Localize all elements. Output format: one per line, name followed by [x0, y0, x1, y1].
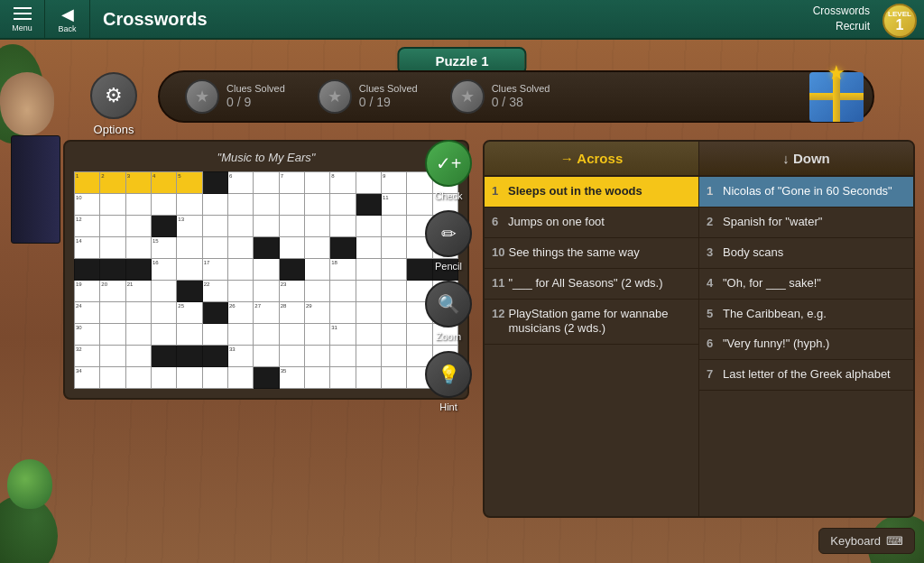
cell-7-7[interactable]: 26: [227, 302, 253, 324]
cell-8-4[interactable]: [151, 324, 176, 346]
cell-4-4[interactable]: 15: [151, 237, 176, 259]
cell-9-9[interactable]: [279, 346, 304, 367]
cell-6-11[interactable]: [330, 281, 356, 302]
cell-3-13[interactable]: [381, 216, 406, 237]
cell-2-10[interactable]: [304, 194, 329, 216]
menu-button[interactable]: Menu: [0, 0, 45, 39]
cell-3-1[interactable]: 12: [75, 216, 100, 237]
cell-9-1[interactable]: 32: [75, 346, 100, 367]
down-clue-6[interactable]: 6"Very funny!" (hyph.): [699, 329, 913, 360]
cell-7-10[interactable]: 29: [304, 302, 329, 324]
cell-7-3[interactable]: [125, 302, 151, 324]
cell-8-7[interactable]: [227, 324, 253, 346]
cell-7-8[interactable]: 27: [254, 302, 279, 324]
cell-3-8[interactable]: [254, 216, 279, 237]
cell-1-9[interactable]: 7: [279, 172, 304, 194]
cell-10-10[interactable]: [304, 367, 329, 389]
cell-1-7[interactable]: 6: [227, 172, 253, 194]
cell-4-5[interactable]: [177, 237, 202, 259]
across-clue-6[interactable]: 6Jumps on one foot: [485, 208, 698, 238]
cell-2-4[interactable]: [151, 194, 176, 216]
down-clue-5[interactable]: 5The Caribbean, e.g.: [699, 300, 913, 330]
cell-8-8[interactable]: [254, 324, 279, 346]
cell-7-9[interactable]: 28: [279, 302, 304, 324]
cell-6-2[interactable]: 20: [100, 281, 125, 302]
cell-6-4[interactable]: [151, 281, 176, 302]
cell-10-7[interactable]: [227, 367, 253, 389]
down-clue-1[interactable]: 1Nicolas of "Gone in 60 Seconds": [699, 177, 913, 208]
cell-10-2[interactable]: [100, 367, 125, 389]
cell-9-12[interactable]: [356, 346, 381, 367]
cell-9-2[interactable]: [100, 346, 125, 367]
cell-8-1[interactable]: 30: [75, 324, 100, 346]
cell-10-3[interactable]: [125, 367, 151, 389]
cell-7-4[interactable]: [151, 302, 176, 324]
cell-8-13[interactable]: [381, 324, 406, 346]
cell-5-5[interactable]: [177, 259, 202, 281]
cell-8-9[interactable]: [279, 324, 304, 346]
cell-7-12[interactable]: [356, 302, 381, 324]
across-clue-11[interactable]: 11"___ for All Seasons" (2 wds.): [485, 269, 698, 300]
cell-7-11[interactable]: [330, 302, 356, 324]
cell-9-3[interactable]: [125, 346, 151, 367]
across-clue-1[interactable]: 1Sleeps out in the woods: [485, 177, 698, 208]
cell-1-2[interactable]: 2: [100, 172, 125, 194]
cell-9-10[interactable]: [304, 346, 329, 367]
cell-8-10[interactable]: [304, 324, 329, 346]
cell-10-5[interactable]: [177, 367, 202, 389]
cell-3-10[interactable]: [304, 216, 329, 237]
cell-2-7[interactable]: [227, 194, 253, 216]
cell-5-12[interactable]: [356, 259, 381, 281]
cell-4-7[interactable]: [227, 237, 253, 259]
cell-10-4[interactable]: [151, 367, 176, 389]
cell-9-7[interactable]: 33: [227, 346, 253, 367]
cell-4-1[interactable]: 14: [75, 237, 100, 259]
cell-1-8[interactable]: [254, 172, 279, 194]
cell-10-1[interactable]: 34: [75, 367, 100, 389]
cell-7-2[interactable]: [100, 302, 125, 324]
cell-1-11[interactable]: 8: [330, 172, 356, 194]
cell-7-13[interactable]: [381, 302, 406, 324]
cell-6-7[interactable]: [227, 281, 253, 302]
cell-2-8[interactable]: [254, 194, 279, 216]
cell-6-1[interactable]: 19: [75, 281, 100, 302]
zoom-button[interactable]: 🔍: [425, 281, 472, 328]
down-clue-7[interactable]: 7Last letter of the Greek alphabet: [699, 360, 913, 391]
cell-3-2[interactable]: [100, 216, 125, 237]
cell-3-7[interactable]: [227, 216, 253, 237]
cell-1-3[interactable]: 3: [125, 172, 151, 194]
cell-8-3[interactable]: [125, 324, 151, 346]
cell-10-13[interactable]: [381, 367, 406, 389]
cell-4-9[interactable]: [279, 237, 304, 259]
cell-5-10[interactable]: [304, 259, 329, 281]
cell-4-3[interactable]: [125, 237, 151, 259]
hint-button[interactable]: 💡: [425, 351, 472, 398]
pencil-button[interactable]: ✏: [425, 210, 472, 257]
cell-3-12[interactable]: [356, 216, 381, 237]
across-clue-12[interactable]: 12PlayStation game for wannabe musicians…: [485, 300, 698, 346]
cell-2-11[interactable]: [330, 194, 356, 216]
cell-9-8[interactable]: [254, 346, 279, 367]
cell-3-9[interactable]: [279, 216, 304, 237]
cell-6-13[interactable]: [381, 281, 406, 302]
cell-4-12[interactable]: [356, 237, 381, 259]
cell-5-6[interactable]: 17: [202, 259, 227, 281]
cell-6-10[interactable]: [304, 281, 329, 302]
cell-1-12[interactable]: [356, 172, 381, 194]
cell-1-13[interactable]: 9: [381, 172, 406, 194]
cell-1-10[interactable]: [304, 172, 329, 194]
cell-10-9[interactable]: 35: [279, 367, 304, 389]
cell-10-6[interactable]: [202, 367, 227, 389]
cell-5-11[interactable]: 18: [330, 259, 356, 281]
cell-10-11[interactable]: [330, 367, 356, 389]
cell-8-11[interactable]: 31: [330, 324, 356, 346]
cell-1-1[interactable]: 1: [75, 172, 100, 194]
down-clue-4[interactable]: 4"Oh, for ___ sake!": [699, 269, 913, 300]
cell-3-5[interactable]: 13: [177, 216, 202, 237]
cell-7-5[interactable]: 25: [177, 302, 202, 324]
cell-6-6[interactable]: 22: [202, 281, 227, 302]
cell-2-1[interactable]: 10: [75, 194, 100, 216]
cell-6-9[interactable]: 23: [279, 281, 304, 302]
down-clue-2[interactable]: 2Spanish for "water": [699, 208, 913, 238]
cell-5-13[interactable]: [381, 259, 406, 281]
